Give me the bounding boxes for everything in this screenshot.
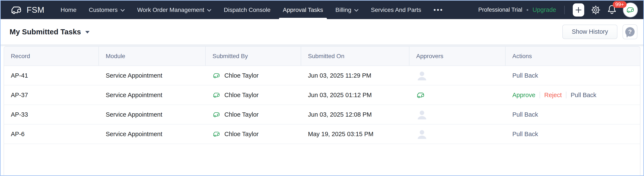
- view-selector[interactable]: My Submitted Tasks: [10, 28, 90, 36]
- table-header-row: RecordModuleSubmitted BySubmitted OnAppr…: [4, 47, 640, 66]
- nav-item-customers[interactable]: Customers: [89, 1, 125, 19]
- actions-cell: Pull Back: [506, 66, 640, 85]
- table-row[interactable]: AP-41 Service Appointment Chloe Taylor J…: [4, 66, 640, 86]
- fsm-van-logo-icon: [10, 5, 23, 15]
- column-header-submitted-on[interactable]: Submitted On: [301, 47, 410, 66]
- nav-item-label: •••: [434, 6, 444, 13]
- actions-cell: Pull Back: [506, 124, 640, 144]
- submitted-by-name: Chloe Taylor: [224, 131, 258, 138]
- tasks-table-card: RecordModuleSubmitted BySubmitted OnAppr…: [4, 46, 640, 175]
- brand-name: FSM: [26, 5, 44, 15]
- nav-item-services-and-parts[interactable]: Services And Parts: [371, 1, 421, 19]
- approver-avatar-placeholder: [416, 109, 428, 120]
- submitted-by-cell: Chloe Taylor: [206, 66, 301, 85]
- nav-item-label: Dispatch Console: [224, 6, 270, 13]
- column-header-module[interactable]: Module: [99, 47, 206, 66]
- column-header-submitted-by[interactable]: Submitted By: [206, 47, 301, 66]
- nav-item-label: Approval Tasks: [283, 6, 323, 13]
- fsm-avatar-icon: [626, 6, 635, 13]
- nav-menu: HomeCustomersWork Order ManagementDispat…: [60, 1, 444, 19]
- nav-item-label: Home: [60, 6, 76, 13]
- dropdown-caret-icon: [85, 31, 90, 33]
- approvers-cell: [410, 124, 506, 144]
- main-content: RecordModuleSubmitted BySubmitted OnAppr…: [1, 44, 643, 175]
- approver-avatar-placeholder: [416, 70, 428, 81]
- fsm-van-icon: [212, 72, 220, 79]
- pull-back-action-link[interactable]: Pull Back: [570, 91, 596, 99]
- show-history-label: Show History: [572, 28, 608, 35]
- nav-item-label: Customers: [89, 6, 118, 13]
- nav-item-label: Work Order Management: [137, 6, 204, 13]
- notification-badge: 99+: [613, 1, 626, 8]
- vertical-divider: [564, 6, 565, 14]
- approvers-cell: [410, 105, 506, 124]
- module-cell: Service Appointment: [99, 86, 206, 104]
- approvers-cell: [410, 86, 506, 104]
- record-cell[interactable]: AP-41: [4, 66, 99, 85]
- column-header-actions[interactable]: Actions: [506, 47, 640, 66]
- table-row[interactable]: AP-33 Service Appointment Chloe Taylor J…: [4, 105, 640, 124]
- submitted-by-name: Chloe Taylor: [224, 91, 258, 99]
- table-row[interactable]: AP-37 Service Appointment Chloe Taylor J…: [4, 86, 640, 105]
- module-cell: Service Appointment: [99, 66, 206, 85]
- settings-button[interactable]: [590, 5, 601, 15]
- show-history-button[interactable]: Show History: [562, 25, 618, 39]
- content-divider: [1, 44, 643, 46]
- record-cell[interactable]: AP-37: [4, 86, 99, 104]
- actions-cell: ApproveRejectPull Back: [506, 86, 640, 104]
- submitted-on-cell: Jun 03, 2025 01:12 PM: [301, 86, 410, 104]
- record-cell[interactable]: AP-6: [4, 124, 99, 144]
- chevron-down-icon: [354, 9, 358, 12]
- approver-avatar-placeholder: [416, 128, 428, 140]
- submitted-on-cell: May 19, 2025 03:15 PM: [301, 124, 410, 144]
- submitted-by-cell: Chloe Taylor: [206, 124, 301, 144]
- approvers-cell: [410, 66, 506, 85]
- nav-item-billing[interactable]: Billing: [336, 1, 358, 19]
- pull-back-action-link[interactable]: Pull Back: [512, 111, 538, 118]
- column-header-record[interactable]: Record: [4, 47, 99, 66]
- fsm-van-icon: [212, 92, 220, 98]
- approve-action-link[interactable]: Approve: [512, 91, 535, 99]
- record-cell[interactable]: AP-33: [4, 105, 99, 124]
- fsm-van-icon: [212, 131, 220, 137]
- fsm-van-icon: [212, 111, 220, 118]
- dot-separator: [526, 9, 528, 11]
- column-header-approvers[interactable]: Approvers: [410, 47, 506, 66]
- nav-item-more[interactable]: •••: [434, 1, 444, 19]
- action-divider: [540, 91, 540, 98]
- nav-item-label: Billing: [336, 6, 351, 13]
- app-logo[interactable]: FSM: [10, 5, 44, 15]
- chevron-down-icon: [207, 9, 212, 12]
- notifications-button[interactable]: 99+: [607, 4, 616, 15]
- quick-create-button[interactable]: [573, 3, 584, 16]
- nav-item-home[interactable]: Home: [60, 1, 76, 19]
- submitted-by-name: Chloe Taylor: [224, 72, 258, 79]
- app-window: FSM HomeCustomersWork Order ManagementDi…: [0, 0, 644, 176]
- page-title: My Submitted Tasks: [10, 28, 81, 36]
- title-actions: Show History ?: [562, 24, 638, 39]
- reject-action-link[interactable]: Reject: [544, 91, 562, 99]
- title-bar: My Submitted Tasks Show History ?: [1, 19, 643, 44]
- plan-label: Professional Trial: [478, 6, 522, 13]
- submitted-by-cell: Chloe Taylor: [206, 86, 301, 104]
- table-row[interactable]: AP-6 Service Appointment Chloe Taylor Ma…: [4, 124, 640, 144]
- top-nav: FSM HomeCustomersWork Order ManagementDi…: [1, 1, 643, 19]
- module-cell: Service Appointment: [99, 124, 206, 144]
- pull-back-action-link[interactable]: Pull Back: [512, 131, 538, 138]
- plus-icon: [575, 6, 582, 13]
- help-button[interactable]: ?: [622, 24, 638, 39]
- chevron-down-icon: [120, 9, 125, 12]
- pull-back-action-link[interactable]: Pull Back: [512, 72, 538, 79]
- table-body: AP-41 Service Appointment Chloe Taylor J…: [4, 66, 640, 144]
- module-cell: Service Appointment: [99, 105, 206, 124]
- nav-item-approval-tasks[interactable]: Approval Tasks: [283, 1, 323, 19]
- submitted-on-cell: Jun 03, 2025 12:08 PM: [301, 105, 410, 124]
- help-icon: ?: [625, 27, 635, 36]
- submitted-by-cell: Chloe Taylor: [206, 105, 301, 124]
- approver-fsm-icon: [416, 91, 425, 99]
- upgrade-link[interactable]: Upgrade: [532, 6, 556, 13]
- submitted-by-name: Chloe Taylor: [224, 111, 258, 118]
- gear-icon: [590, 5, 601, 15]
- nav-item-dispatch-console[interactable]: Dispatch Console: [224, 1, 270, 19]
- nav-item-work-order-management[interactable]: Work Order Management: [137, 1, 212, 19]
